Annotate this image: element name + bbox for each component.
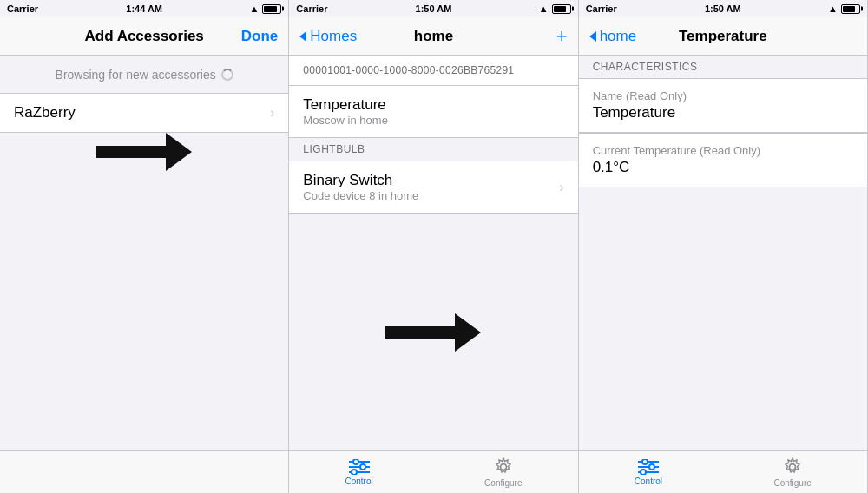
status-bar-1: Carrier 1:44 AM ▲ bbox=[0, 0, 288, 17]
svg-point-6 bbox=[500, 463, 506, 470]
control-icon-3 bbox=[638, 459, 659, 475]
razberry-title: RaZberry bbox=[14, 104, 76, 122]
tab-control-3[interactable]: Control bbox=[635, 459, 662, 486]
wifi-icon-2: ▲ bbox=[539, 3, 549, 14]
arrow-1 bbox=[96, 133, 192, 171]
status-icons-2: ▲ bbox=[539, 3, 571, 14]
back-homes-label: Homes bbox=[310, 28, 357, 45]
lightbulb-section-header: LIGHTBULB bbox=[289, 138, 577, 161]
content-spacer-3 bbox=[579, 187, 867, 450]
temperature-item-info: Temperature Moscow in home bbox=[303, 96, 388, 127]
spinner-icon bbox=[221, 69, 233, 81]
arrow-1-body bbox=[96, 146, 166, 158]
arrow-2-container bbox=[289, 214, 577, 450]
tab-control-label-2: Control bbox=[345, 477, 373, 486]
battery-fill-1 bbox=[264, 6, 276, 12]
arrow-1-container bbox=[0, 133, 288, 171]
battery-icon-1 bbox=[262, 4, 281, 14]
name-characteristic-item: Name (Read Only) Temperature bbox=[579, 79, 867, 133]
time-3: 1:50 AM bbox=[705, 3, 741, 14]
panel-add-accessories: Carrier 1:44 AM ▲ Add Accessories Done B… bbox=[0, 0, 289, 493]
panel-home: Carrier 1:50 AM ▲ Homes home + 00001001-… bbox=[289, 0, 578, 493]
browsing-text-container: Browsing for new accessories bbox=[56, 68, 233, 82]
status-icons-1: ▲ bbox=[249, 3, 281, 14]
current-temp-label: Current Temperature (Read Only) bbox=[593, 144, 760, 157]
tab-configure-label-2: Configure bbox=[484, 478, 522, 488]
name-characteristic-value: Temperature bbox=[593, 104, 675, 122]
svg-point-8 bbox=[642, 459, 648, 464]
back-homes-button[interactable]: Homes bbox=[299, 28, 357, 45]
time-2: 1:50 AM bbox=[416, 3, 452, 14]
uuid-text: 00001001-0000-1000-8000-0026BB765291 bbox=[303, 64, 514, 76]
done-button[interactable]: Done bbox=[241, 28, 279, 45]
svg-point-13 bbox=[790, 463, 796, 470]
characteristics-header: CHARACTERISTICS bbox=[579, 56, 867, 79]
status-bar-2: Carrier 1:50 AM ▲ bbox=[289, 0, 577, 17]
current-temp-value: 0.1°C bbox=[593, 159, 630, 176]
nav-bar-2: Homes home + bbox=[289, 17, 577, 56]
nav-title-3: Temperature bbox=[679, 28, 767, 45]
nav-title-2: home bbox=[414, 28, 453, 45]
back-home-button[interactable]: home bbox=[589, 28, 637, 45]
current-temp-item: Current Temperature (Read Only) 0.1°C bbox=[579, 134, 867, 187]
tab-bar-3: Control Configure bbox=[579, 450, 867, 493]
tab-bar-1 bbox=[0, 450, 288, 493]
tab-control-label-3: Control bbox=[635, 477, 662, 486]
status-bar-3: Carrier 1:50 AM ▲ bbox=[579, 0, 867, 17]
browsing-label: Browsing for new accessories bbox=[56, 68, 216, 82]
wifi-icon-1: ▲ bbox=[249, 3, 259, 14]
arrow-2-body bbox=[385, 326, 455, 339]
arrow-1-head bbox=[166, 133, 192, 171]
uuid-row: 00001001-0000-1000-8000-0026BB765291 bbox=[289, 56, 577, 86]
binary-switch-item[interactable]: Binary Switch Code device 8 in home › bbox=[289, 161, 577, 214]
arrow-2-head bbox=[455, 313, 481, 352]
configure-icon-2 bbox=[494, 457, 513, 477]
wifi-icon-3: ▲ bbox=[828, 3, 838, 14]
battery-icon-3 bbox=[841, 4, 860, 14]
temperature-item[interactable]: Temperature Moscow in home bbox=[289, 86, 577, 138]
nav-bar-3: home Temperature bbox=[579, 17, 867, 56]
temperature-item-sub: Moscow in home bbox=[303, 114, 388, 127]
svg-point-1 bbox=[353, 459, 358, 464]
battery-fill-3 bbox=[843, 6, 855, 12]
razberry-item[interactable]: RaZberry › bbox=[0, 94, 288, 133]
name-characteristic-label: Name (Read Only) bbox=[593, 89, 687, 102]
carrier-3: Carrier bbox=[586, 3, 617, 14]
back-home-label: home bbox=[600, 28, 637, 45]
accessories-list: RaZberry › bbox=[0, 94, 288, 450]
tab-bar-2: Control Configure bbox=[289, 450, 577, 493]
panel-temperature: Carrier 1:50 AM ▲ home Temperature CHARA… bbox=[579, 0, 868, 493]
carrier-2: Carrier bbox=[296, 3, 327, 14]
binary-switch-sub: Code device 8 in home bbox=[303, 189, 418, 202]
svg-point-5 bbox=[352, 470, 357, 475]
svg-point-12 bbox=[641, 470, 646, 475]
configure-icon-3 bbox=[783, 457, 802, 477]
chevron-right-icon-2: › bbox=[559, 180, 563, 195]
temperature-item-title: Temperature bbox=[303, 96, 388, 114]
browsing-bar: Browsing for new accessories bbox=[0, 56, 288, 94]
arrow-2 bbox=[385, 313, 481, 352]
tab-configure-label-3: Configure bbox=[773, 478, 811, 488]
chevron-left-icon-2 bbox=[299, 31, 306, 42]
binary-switch-title: Binary Switch bbox=[303, 172, 418, 189]
nav-title-1: Add Accessories bbox=[84, 28, 203, 45]
add-icon[interactable]: + bbox=[556, 25, 568, 48]
battery-fill-2 bbox=[554, 6, 566, 12]
tab-configure-3[interactable]: Configure bbox=[773, 457, 811, 488]
binary-switch-info: Binary Switch Code device 8 in home bbox=[303, 172, 418, 202]
tab-configure-2[interactable]: Configure bbox=[484, 457, 522, 488]
tab-control-2[interactable]: Control bbox=[345, 459, 373, 486]
carrier-1: Carrier bbox=[7, 3, 38, 14]
time-1: 1:44 AM bbox=[126, 3, 162, 14]
chevron-left-icon-3 bbox=[589, 31, 596, 42]
chevron-right-icon-1: › bbox=[270, 105, 274, 121]
control-icon-2 bbox=[349, 459, 370, 475]
battery-icon-2 bbox=[552, 4, 571, 14]
svg-point-3 bbox=[360, 464, 365, 470]
nav-bar-1: Add Accessories Done bbox=[0, 17, 288, 56]
status-icons-3: ▲ bbox=[828, 3, 860, 14]
svg-point-10 bbox=[649, 464, 654, 470]
